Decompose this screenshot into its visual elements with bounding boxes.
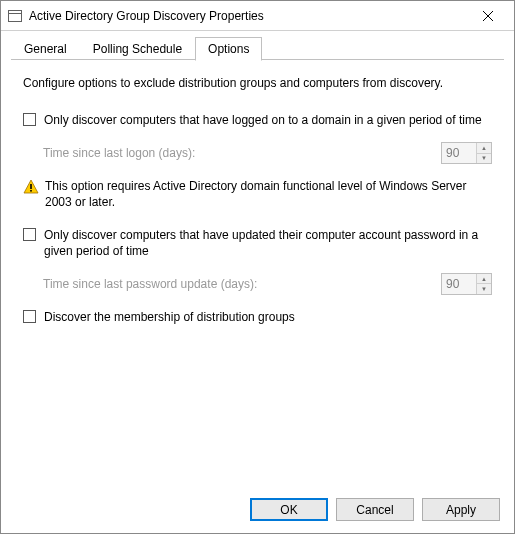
svg-rect-5	[30, 184, 32, 189]
spinner-password-buttons: ▲ ▼	[476, 274, 491, 294]
svg-rect-6	[30, 190, 32, 192]
label-password: Only discover computers that have update…	[44, 227, 492, 259]
tab-content: Configure options to exclude distributio…	[1, 60, 514, 488]
tab-general[interactable]: General	[11, 37, 80, 60]
spinner-up-icon[interactable]: ▲	[477, 274, 491, 285]
spinner-password-value[interactable]: 90	[442, 274, 476, 294]
option-distribution-row: Discover the membership of distribution …	[23, 309, 492, 325]
checkbox-password[interactable]	[23, 228, 36, 241]
spinner-password-days[interactable]: 90 ▲ ▼	[441, 273, 492, 295]
cancel-button[interactable]: Cancel	[336, 498, 414, 521]
checkbox-distribution[interactable]	[23, 310, 36, 323]
spinner-logon-buttons: ▲ ▼	[476, 143, 491, 163]
spinner-down-icon[interactable]: ▼	[477, 284, 491, 294]
window-title: Active Directory Group Discovery Propert…	[29, 9, 468, 23]
option-password-row: Only discover computers that have update…	[23, 227, 492, 259]
option-logon-row: Only discover computers that have logged…	[23, 112, 492, 128]
spinner-logon-value[interactable]: 90	[442, 143, 476, 163]
tab-options[interactable]: Options	[195, 37, 262, 61]
checkbox-logon[interactable]	[23, 113, 36, 126]
spinner-down-icon[interactable]: ▼	[477, 154, 491, 164]
warning-row: This option requires Active Directory do…	[23, 178, 492, 210]
spinner-logon-days[interactable]: 90 ▲ ▼	[441, 142, 492, 164]
subrow-password-days: Time since last password update (days): …	[43, 273, 492, 295]
label-password-days: Time since last password update (days):	[43, 277, 441, 291]
svg-rect-0	[9, 10, 22, 21]
warning-icon	[23, 179, 39, 195]
subrow-logon-days: Time since last logon (days): 90 ▲ ▼	[43, 142, 492, 164]
label-logon-days: Time since last logon (days):	[43, 146, 441, 160]
label-logon: Only discover computers that have logged…	[44, 112, 492, 128]
apply-button[interactable]: Apply	[422, 498, 500, 521]
dialog-window: Active Directory Group Discovery Propert…	[0, 0, 515, 534]
intro-text: Configure options to exclude distributio…	[23, 76, 492, 90]
spinner-up-icon[interactable]: ▲	[477, 143, 491, 154]
titlebar: Active Directory Group Discovery Propert…	[1, 1, 514, 31]
label-distribution: Discover the membership of distribution …	[44, 309, 492, 325]
tabstrip: General Polling Schedule Options	[1, 31, 514, 60]
tab-polling-schedule[interactable]: Polling Schedule	[80, 37, 195, 60]
warning-text: This option requires Active Directory do…	[45, 178, 492, 210]
app-icon	[7, 8, 23, 24]
dialog-footer: OK Cancel Apply	[1, 488, 514, 533]
close-button[interactable]	[468, 2, 508, 30]
ok-button[interactable]: OK	[250, 498, 328, 521]
